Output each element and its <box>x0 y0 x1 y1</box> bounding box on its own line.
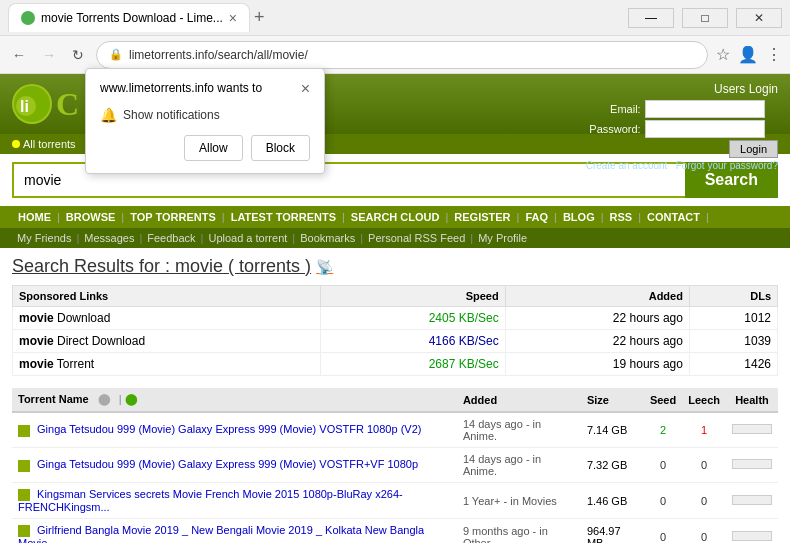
sponsored-name[interactable]: movie Torrent <box>13 353 321 376</box>
torrent-row[interactable]: Ginga Tetsudou 999 (Movie) Galaxy Expres… <box>12 412 778 448</box>
nav-top-torrents[interactable]: TOP TORRENTS <box>124 211 222 223</box>
torrent-table: Torrent Name ⬤ | ⬤ Added Size Seed Leech… <box>12 388 778 543</box>
torrent-name-link[interactable]: Ginga Tetsudou 999 (Movie) Galaxy Expres… <box>37 458 418 470</box>
new-tab-button[interactable]: + <box>254 7 265 28</box>
torrent-name-link[interactable]: Girlfriend Bangla Movie 2019 _ New Benga… <box>18 524 424 543</box>
bookmark-icon[interactable]: ☆ <box>716 45 730 64</box>
popup-notification-text: Show notifications <box>123 108 220 122</box>
create-account-link[interactable]: Create an account <box>586 160 668 171</box>
minimize-button[interactable]: — <box>628 8 674 28</box>
sponsored-header-speed: Speed <box>321 286 505 307</box>
torrent-leech: 1 <box>682 412 726 448</box>
torrent-icon <box>18 425 30 437</box>
svg-text:li: li <box>20 98 29 115</box>
sponsored-name[interactable]: movie Download <box>13 307 321 330</box>
subnav-profile[interactable]: My Profile <box>473 232 532 244</box>
torrent-name-cell: Kingsman Services secrets Movie French M… <box>12 483 457 519</box>
sponsored-dls: 1012 <box>689 307 777 330</box>
address-text: limetorrents.info/search/all/movie/ <box>129 48 695 62</box>
sponsored-table: Sponsored Links Speed Added DLs movie Do… <box>12 285 778 376</box>
nav-home[interactable]: HOME <box>12 211 57 223</box>
forgot-password-link[interactable]: Forgot your password? <box>676 160 778 171</box>
nav-blog[interactable]: BLOG <box>557 211 601 223</box>
maximize-button[interactable]: □ <box>682 8 728 28</box>
nav-latest-torrents[interactable]: LATEST TORRENTS <box>225 211 342 223</box>
results-prefix: Search Results for : <box>12 256 175 276</box>
sponsored-header-dls: DLs <box>689 286 777 307</box>
torrent-name-link[interactable]: Kingsman Services secrets Movie French M… <box>18 488 403 513</box>
browser-tab[interactable]: movie Torrents Download - Lime... × <box>8 3 250 32</box>
rss-icon[interactable]: 📡 <box>316 259 333 275</box>
nav-register[interactable]: REGISTER <box>448 211 516 223</box>
torrent-added: 9 months ago - in Other <box>457 519 581 543</box>
sponsored-row[interactable]: movie Download 2405 KB/Sec 22 hours ago … <box>13 307 778 330</box>
forward-button[interactable]: → <box>38 43 60 67</box>
block-button[interactable]: Block <box>251 135 310 161</box>
subnav-feedback[interactable]: Feedback <box>142 232 200 244</box>
nav-browse[interactable]: BROWSE <box>60 211 122 223</box>
sponsored-row[interactable]: movie Torrent 2687 KB/Sec 19 hours ago 1… <box>13 353 778 376</box>
sponsored-header-added: Added <box>505 286 689 307</box>
sponsored-speed: 2687 KB/Sec <box>321 353 505 376</box>
subnav-messages[interactable]: Messages <box>79 232 139 244</box>
subnav-friends[interactable]: My Friends <box>12 232 76 244</box>
torrent-row[interactable]: Girlfriend Bangla Movie 2019 _ New Benga… <box>12 519 778 543</box>
account-icon[interactable]: 👤 <box>738 45 758 64</box>
sponsored-speed: 4166 KB/Sec <box>321 330 505 353</box>
allow-button[interactable]: Allow <box>184 135 243 161</box>
health-bar <box>732 459 772 469</box>
category-all[interactable]: All torrents <box>12 138 76 150</box>
torrent-header-added: Added <box>457 388 581 412</box>
password-label: Password: <box>586 123 641 135</box>
health-bar <box>732 424 772 434</box>
reload-button[interactable]: ↻ <box>68 43 88 67</box>
site-logo[interactable]: li C <box>12 84 79 124</box>
logo-text: C <box>56 86 79 123</box>
results-query: movie <box>175 256 223 276</box>
sponsored-name[interactable]: movie Direct Download <box>13 330 321 353</box>
torrent-seed: 0 <box>644 519 682 543</box>
nav-contact[interactable]: CONTACT <box>641 211 706 223</box>
torrent-icon <box>18 489 30 501</box>
torrent-health-cell <box>726 412 778 448</box>
close-button[interactable]: ✕ <box>736 8 782 28</box>
torrent-seed: 2 <box>644 412 682 448</box>
address-bar[interactable]: 🔒 limetorrents.info/search/all/movie/ <box>96 41 708 69</box>
menu-icon[interactable]: ⋮ <box>766 45 782 64</box>
tab-close-icon[interactable]: × <box>229 10 237 26</box>
nav-search-cloud[interactable]: SEARCH CLOUD <box>345 211 446 223</box>
torrent-row[interactable]: Ginga Tetsudou 999 (Movie) Galaxy Expres… <box>12 448 778 483</box>
popup-header: www.limetorrents.info wants to × <box>100 81 310 97</box>
cat-label-all: All torrents <box>23 138 76 150</box>
torrent-added: 14 days ago - in Anime. <box>457 412 581 448</box>
sponsored-speed: 2405 KB/Sec <box>321 307 505 330</box>
nav-rss[interactable]: RSS <box>604 211 639 223</box>
health-bar <box>732 495 772 505</box>
torrent-seed: 0 <box>644 448 682 483</box>
subnav-upload[interactable]: Upload a torrent <box>203 232 292 244</box>
password-field[interactable] <box>645 120 765 138</box>
torrent-name-link[interactable]: Ginga Tetsudou 999 (Movie) Galaxy Expres… <box>37 423 421 435</box>
torrent-size: 7.32 GB <box>581 448 644 483</box>
login-links: Create an account Forgot your password? <box>586 160 778 171</box>
torrent-size: 964.97 MB <box>581 519 644 543</box>
torrent-leech: 0 <box>682 483 726 519</box>
torrent-row[interactable]: Kingsman Services secrets Movie French M… <box>12 483 778 519</box>
email-field[interactable] <box>645 100 765 118</box>
results-suffix: ( torrents ) <box>223 256 311 276</box>
nav-faq[interactable]: FAQ <box>519 211 554 223</box>
password-row: Password: <box>586 120 778 138</box>
tab-favicon-icon <box>21 11 35 25</box>
sponsored-dls: 1039 <box>689 330 777 353</box>
sub-nav: My Friends | Messages | Feedback | Uploa… <box>0 228 790 248</box>
back-button[interactable]: ← <box>8 43 30 67</box>
sponsored-row[interactable]: movie Direct Download 4166 KB/Sec 22 hou… <box>13 330 778 353</box>
sponsored-dls: 1426 <box>689 353 777 376</box>
cat-dot-all <box>12 140 20 148</box>
login-button[interactable]: Login <box>729 140 778 158</box>
subnav-rss-feed[interactable]: Personal RSS Feed <box>363 232 470 244</box>
tab-title: movie Torrents Download - Lime... <box>41 11 223 25</box>
subnav-bookmarks[interactable]: Bookmarks <box>295 232 360 244</box>
popup-close-icon[interactable]: × <box>301 81 310 97</box>
popup-notification-row: 🔔 Show notifications <box>100 107 310 123</box>
